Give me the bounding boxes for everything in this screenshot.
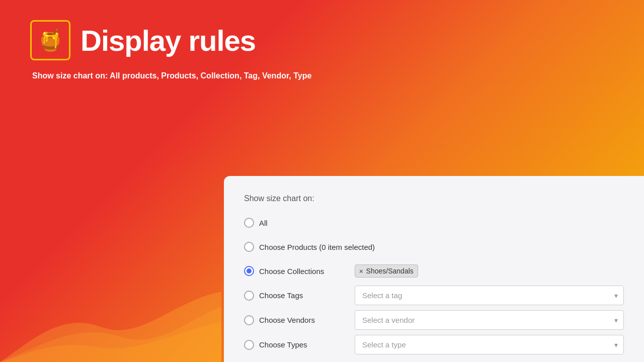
radio-wrapper-types[interactable]: Choose Types (244, 340, 355, 350)
field-area-types[interactable]: Select a type (355, 335, 624, 354)
select-vendors[interactable]: Select a vendor (355, 310, 624, 330)
option-row-all: All (244, 213, 624, 232)
radio-label-products: Choose Products (0 item selected) (259, 243, 375, 251)
radio-label-vendors: Choose Vendors (259, 316, 315, 324)
radio-tags[interactable] (244, 291, 254, 301)
radio-vendors[interactable] (244, 315, 254, 325)
option-row-tags: Choose Tags Select a tag (244, 286, 624, 305)
option-row-vendors: Choose Vendors Select a vendor (244, 310, 624, 330)
radio-label-tags: Choose Tags (259, 291, 303, 300)
logo-icon: 🍯 (37, 30, 63, 51)
subtitle: Show size chart on: All products, Produc… (32, 71, 614, 80)
header-top: 🍯 Display rules (30, 20, 614, 60)
collection-tag-pill[interactable]: × Shoes/Sandals (355, 264, 418, 278)
radio-wrapper-products[interactable]: Choose Products (0 item selected) (244, 242, 375, 252)
option-row-products: Choose Products (0 item selected) (244, 237, 624, 256)
option-row-collections: Choose Collections × Shoes/Sandals (244, 261, 624, 281)
tag-pill-close[interactable]: × (359, 267, 363, 275)
tag-pill-value: Shoes/Sandals (366, 267, 414, 275)
select-wrapper-vendors[interactable]: Select a vendor (355, 310, 624, 330)
page-title: Display rules (80, 24, 256, 57)
decorative-wave (0, 261, 221, 362)
radio-products[interactable] (244, 242, 254, 252)
field-area-vendors[interactable]: Select a vendor (355, 310, 624, 330)
field-area-tags[interactable]: Select a tag (355, 286, 624, 305)
logo-box: 🍯 (30, 20, 70, 60)
select-wrapper-tags[interactable]: Select a tag (355, 286, 624, 305)
header-section: 🍯 Display rules Show size chart on: All … (0, 0, 644, 90)
option-row-types: Choose Types Select a type (244, 335, 624, 354)
radio-all[interactable] (244, 218, 254, 228)
radio-label-all: All (259, 219, 268, 227)
radio-collections[interactable] (244, 266, 254, 276)
select-tags[interactable]: Select a tag (355, 286, 624, 305)
select-wrapper-types[interactable]: Select a type (355, 335, 624, 354)
field-area-collections[interactable]: × Shoes/Sandals (355, 264, 624, 278)
radio-label-types: Choose Types (259, 340, 307, 349)
radio-wrapper-vendors[interactable]: Choose Vendors (244, 315, 355, 325)
radio-label-collections: Choose Collections (259, 267, 324, 276)
radio-wrapper-tags[interactable]: Choose Tags (244, 291, 355, 301)
card-label: Show size chart on: (244, 194, 624, 203)
display-rules-card: Show size chart on: All Choose Products … (224, 176, 644, 362)
select-types[interactable]: Select a type (355, 335, 624, 354)
radio-wrapper-all[interactable]: All (244, 218, 355, 228)
radio-wrapper-collections[interactable]: Choose Collections (244, 266, 355, 276)
radio-types[interactable] (244, 340, 254, 350)
